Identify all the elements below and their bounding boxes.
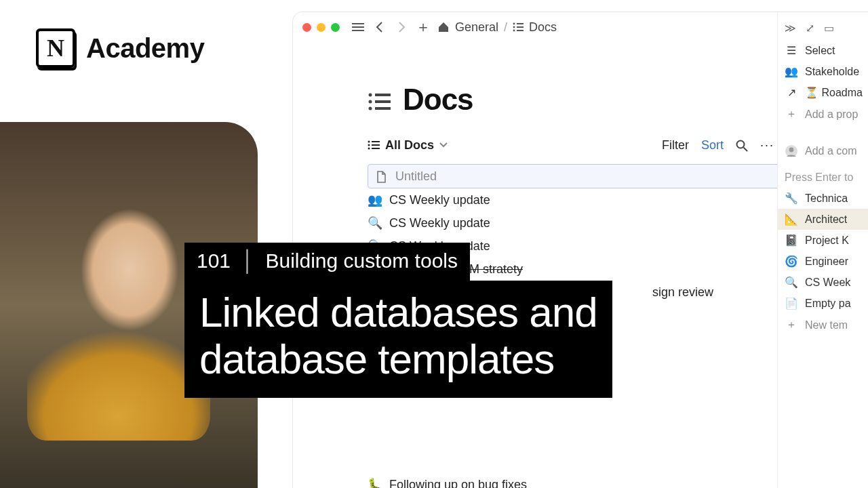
property-select[interactable]: ☰ Select (778, 40, 868, 61)
search-icon: 🔍 (785, 276, 798, 289)
wrench-icon: 🔧 (785, 192, 798, 205)
breadcrumb-root[interactable]: General (455, 20, 498, 35)
template-item[interactable]: 📄Empty pa (778, 293, 868, 314)
page-title-text: Docs (403, 83, 473, 117)
lesson-title: Linked databases and database templates (184, 281, 612, 398)
page-title-icon (368, 83, 391, 117)
list-item-label: Following up on bug fixes (389, 478, 527, 489)
window-minimize-icon[interactable] (317, 23, 326, 32)
svg-point-13 (369, 107, 372, 110)
logo-icon: N (36, 28, 75, 68)
title-overlay: 101 │ Building custom tools Linked datab… (184, 243, 612, 398)
add-property[interactable]: ＋ Add a prop (778, 103, 868, 125)
new-page-icon[interactable]: ＋ (416, 17, 431, 37)
svg-point-15 (368, 141, 370, 143)
plus-icon: ＋ (785, 318, 798, 332)
hint-text: Press Enter to (778, 162, 868, 188)
notebook-icon: 📓 (785, 234, 798, 247)
separator: │ (241, 249, 254, 272)
svg-point-17 (368, 144, 370, 146)
nav-back-icon[interactable] (372, 22, 387, 33)
svg-point-5 (513, 26, 515, 28)
course-code: 101 (197, 249, 231, 272)
view-select-label: All Docs (385, 138, 434, 152)
template-label: CS Week (805, 277, 850, 289)
window-zoom-icon[interactable] (331, 23, 340, 32)
plus-icon: ＋ (785, 107, 798, 121)
template-label: Empty pa (805, 298, 851, 310)
search-icon[interactable] (736, 138, 748, 152)
collapse-icon[interactable]: ≫ (785, 22, 796, 35)
home-icon (437, 22, 450, 33)
template-label: Project K (805, 235, 849, 247)
svg-line-22 (744, 147, 748, 151)
list-item-label: Untitled (395, 169, 437, 184)
search-icon: 🔍 (368, 216, 382, 230)
page-icon (374, 169, 389, 184)
filter-button[interactable]: Filter (662, 138, 689, 152)
sidebar-toggle-icon[interactable] (351, 22, 366, 32)
new-template[interactable]: ＋New tem (778, 314, 868, 336)
comment-label: Add a com (805, 145, 856, 157)
svg-point-3 (513, 23, 515, 25)
svg-point-21 (737, 140, 745, 148)
people-icon: 👥 (368, 192, 382, 207)
property-roadmap[interactable]: ↗ ⏳ Roadma (778, 82, 868, 103)
breadcrumb-page[interactable]: Docs (529, 20, 557, 35)
lesson-title-line1: Linked databases and (199, 289, 597, 336)
view-select[interactable]: All Docs (368, 138, 448, 152)
svg-point-11 (369, 100, 372, 104)
list-icon: ☰ (785, 44, 798, 57)
chevron-down-icon (439, 142, 448, 148)
template-label: Engineer (805, 256, 848, 268)
breadcrumb-separator: / (504, 20, 507, 35)
side-panel: ≫ ⤢ ▭ ☰ Select 👥 Stakeholde ↗ ⏳ Roadma ＋… (777, 12, 868, 488)
page-icon: 📄 (785, 297, 798, 310)
academy-header: N Academy (36, 28, 204, 68)
template-item[interactable]: 🔍CS Week (778, 272, 868, 293)
spiral-icon: 🌀 (785, 255, 798, 268)
more-icon[interactable]: ··· (760, 138, 774, 152)
template-label: Technica (805, 192, 848, 205)
template-item[interactable]: 📐Architect (778, 209, 868, 230)
property-stakeholder[interactable]: 👥 Stakeholde (778, 61, 868, 82)
list-item-label: CS Weekly update (389, 193, 490, 207)
triangle-icon: 📐 (785, 213, 798, 226)
add-comment[interactable]: Add a com (778, 140, 868, 162)
property-label: ⏳ Roadma (805, 86, 863, 99)
svg-point-24 (789, 148, 794, 152)
list-item-label: CS Weekly update (389, 216, 490, 230)
course-name: Building custom tools (266, 249, 458, 272)
list-item-label: sign review (652, 285, 713, 300)
template-label: New tem (805, 319, 848, 331)
template-item[interactable]: 🌀Engineer (778, 251, 868, 272)
svg-point-9 (369, 94, 372, 97)
breadcrumb[interactable]: General / Docs (437, 20, 557, 35)
people-icon: 👥 (785, 65, 798, 78)
list-icon (513, 22, 524, 32)
expand-icon[interactable]: ⤢ (806, 22, 814, 35)
template-item[interactable]: 📓Project K (778, 230, 868, 251)
svg-point-7 (513, 30, 515, 32)
template-item[interactable]: 🔧Technica (778, 188, 868, 209)
academy-label: Academy (86, 33, 204, 64)
window-traffic-lights[interactable] (302, 23, 340, 32)
property-label: Add a prop (805, 108, 858, 121)
arrow-icon: ↗ (785, 86, 798, 99)
template-label: Architect (805, 214, 847, 226)
property-label: Stakeholde (805, 66, 859, 78)
sort-button[interactable]: Sort (701, 138, 724, 152)
bug-icon: 🐛 (368, 477, 382, 488)
window-close-icon[interactable] (302, 23, 311, 32)
panel-icon[interactable]: ▭ (824, 22, 834, 35)
avatar-icon (785, 144, 798, 158)
nav-forward-icon[interactable] (394, 22, 409, 33)
course-line: 101 │ Building custom tools (184, 243, 470, 281)
lesson-title-line2: database templates (199, 336, 597, 382)
svg-point-19 (368, 148, 370, 150)
property-label: Select (805, 45, 835, 57)
